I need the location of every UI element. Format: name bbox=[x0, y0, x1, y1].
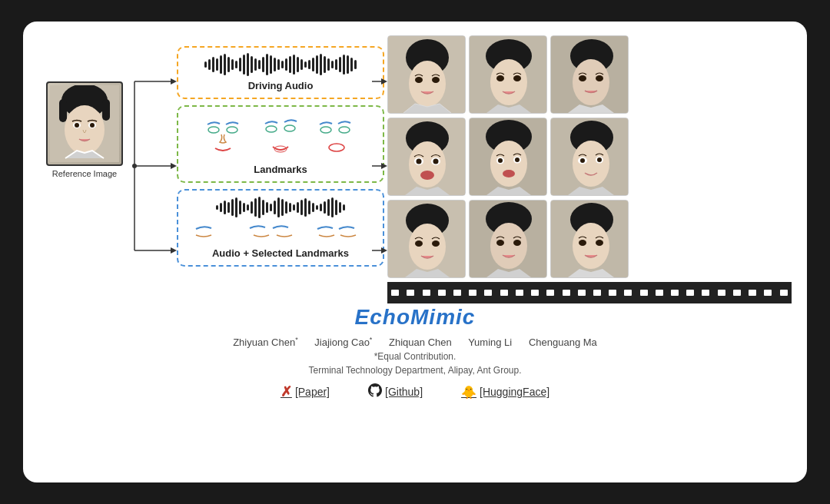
waveform-bar bbox=[220, 55, 222, 74]
svg-point-25 bbox=[329, 144, 344, 151]
svg-point-79 bbox=[513, 240, 521, 246]
waveform-bar bbox=[208, 59, 211, 70]
svg-point-60 bbox=[498, 158, 503, 163]
github-icon bbox=[368, 383, 382, 400]
svg-point-62 bbox=[503, 170, 515, 177]
driving-audio-box: Driving Audio bbox=[177, 46, 384, 99]
waveform-bar bbox=[285, 58, 287, 71]
svg-point-41 bbox=[513, 75, 521, 81]
waveform-bar bbox=[239, 201, 241, 214]
waveform-bar bbox=[304, 198, 307, 217]
input-boxes: Driving Audio bbox=[177, 46, 384, 267]
audio-waveform-2 bbox=[216, 197, 345, 218]
waveform-bar bbox=[327, 199, 330, 216]
svg-point-46 bbox=[596, 75, 603, 81]
output-face-3-1 bbox=[387, 200, 466, 278]
output-face-2-2 bbox=[469, 118, 547, 196]
institution-line: Terminal Technology Department, Alipay, … bbox=[308, 365, 521, 376]
authors-line: Zhiyuan Chen* Jiajiong Cao* Zhiquan Chen… bbox=[233, 336, 597, 348]
waveform-bar bbox=[231, 59, 234, 70]
bottom-section: Zhiyuan Chen* Jiajiong Cao* Zhiquan Chen… bbox=[38, 336, 792, 400]
svg-point-68 bbox=[580, 158, 585, 163]
github-link-label: [Github] bbox=[385, 386, 423, 398]
svg-point-4 bbox=[65, 105, 105, 154]
svg-point-69 bbox=[597, 158, 602, 162]
svg-point-21 bbox=[284, 125, 295, 131]
svg-point-23 bbox=[320, 127, 331, 133]
echomimic-title: EchoMimic bbox=[355, 305, 476, 330]
waveform-bar bbox=[293, 55, 295, 75]
paper-link[interactable]: ✗ [Paper] bbox=[281, 383, 330, 400]
github-link[interactable]: [Github] bbox=[368, 383, 423, 400]
huggingface-link[interactable]: 🐥 [HuggingFace] bbox=[461, 385, 549, 400]
audio-landmark-box: Audio + Selected Landmarks bbox=[177, 189, 384, 267]
svg-marker-14 bbox=[171, 163, 177, 169]
svg-point-40 bbox=[496, 75, 504, 81]
waveform-bar bbox=[262, 200, 264, 215]
waveform-bar bbox=[224, 201, 226, 214]
waveform-bar bbox=[324, 56, 326, 73]
waveform-bar bbox=[320, 204, 322, 211]
waveform-bar bbox=[343, 55, 345, 75]
paper-link-label: [Paper] bbox=[295, 386, 330, 398]
waveform-bar bbox=[339, 57, 341, 72]
svg-rect-2 bbox=[59, 99, 67, 122]
svg-point-7 bbox=[75, 123, 79, 128]
waveform-bar bbox=[270, 55, 272, 74]
audio-landmark-label: Audio + Selected Landmarks bbox=[212, 247, 349, 259]
waveform-bar bbox=[251, 56, 253, 73]
waveform-bar bbox=[258, 60, 261, 69]
svg-point-52 bbox=[417, 159, 422, 164]
output-face-2-3 bbox=[550, 118, 629, 196]
waveform-bar bbox=[216, 58, 218, 71]
waveform-bar bbox=[220, 203, 222, 212]
svg-point-54 bbox=[420, 171, 434, 180]
waveform-bar bbox=[297, 57, 299, 72]
output-row-2 bbox=[387, 118, 792, 196]
output-row-1 bbox=[387, 35, 792, 114]
waveform-bar bbox=[312, 58, 314, 71]
svg-marker-17 bbox=[171, 247, 177, 254]
svg-point-34 bbox=[409, 61, 446, 107]
waveform-bar bbox=[347, 55, 349, 74]
reference-section: Reference Image bbox=[38, 35, 131, 178]
reference-image bbox=[46, 81, 123, 166]
waveform-bar bbox=[300, 59, 303, 70]
waveform-bar bbox=[316, 205, 318, 210]
waveform-bar bbox=[335, 200, 337, 215]
waveform-bar bbox=[277, 197, 280, 217]
svg-point-24 bbox=[339, 127, 350, 133]
svg-point-18 bbox=[208, 127, 219, 133]
waveform-bar bbox=[300, 200, 303, 215]
waveform-bar bbox=[331, 61, 334, 68]
filmstrip-row bbox=[387, 282, 792, 303]
filmstrip bbox=[387, 282, 792, 303]
waveform-bar bbox=[339, 202, 341, 213]
paper-icon: ✗ bbox=[281, 383, 292, 400]
svg-point-84 bbox=[596, 240, 603, 246]
svg-point-8 bbox=[90, 123, 95, 128]
output-face-1-1 bbox=[387, 35, 466, 114]
svg-point-65 bbox=[573, 141, 609, 187]
waveform-bar bbox=[324, 201, 326, 214]
svg-point-49 bbox=[409, 141, 446, 187]
output-face-3-2 bbox=[469, 200, 547, 278]
driving-audio-label: Driving Audio bbox=[248, 80, 314, 91]
svg-point-57 bbox=[490, 141, 527, 187]
waveform-bar bbox=[289, 56, 291, 73]
waveform-bar bbox=[247, 53, 249, 76]
waveform-bar bbox=[216, 205, 218, 210]
waveform-bar bbox=[308, 60, 310, 69]
svg-point-83 bbox=[579, 240, 586, 246]
waveform-bar bbox=[304, 61, 307, 68]
links-row: ✗ [Paper] [Github] 🐥 [HuggingFace] bbox=[281, 383, 549, 400]
audio-waveform bbox=[204, 54, 357, 75]
svg-rect-3 bbox=[102, 99, 110, 121]
svg-point-39 bbox=[490, 59, 527, 105]
equal-contrib: *Equal Contribution. bbox=[374, 351, 456, 362]
huggingface-icon: 🐥 bbox=[461, 385, 476, 400]
waveform-bar bbox=[335, 59, 337, 70]
landmarks-box: Landmarks bbox=[177, 105, 384, 183]
svg-point-72 bbox=[409, 224, 446, 270]
waveform-bar bbox=[235, 197, 237, 217]
